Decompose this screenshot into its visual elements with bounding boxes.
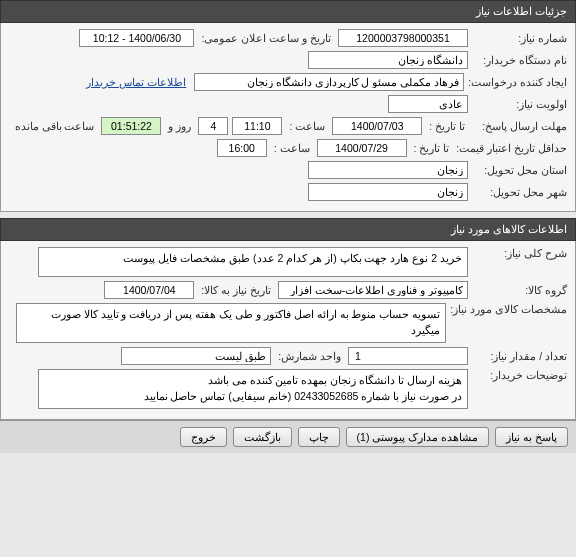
contact-link[interactable]: اطلاعات تماس خریدار <box>86 76 186 88</box>
back-button[interactable]: بازگشت <box>233 427 292 447</box>
buyer-notes-field[interactable] <box>38 369 468 409</box>
details-body: شماره نیاز: تاریخ و ساعت اعلان عمومی: نا… <box>0 23 576 212</box>
button-bar: پاسخ به نیاز مشاهده مدارک پیوستی (1) چاپ… <box>0 420 576 453</box>
price-validity-label: حداقل تاریخ اعتبار قیمت: <box>456 142 567 155</box>
price-validity-time-field[interactable] <box>217 139 267 157</box>
buyer-notes-label: توضیحات خریدار: <box>472 369 567 381</box>
specs-label: مشخصات کالای مورد نیاز: <box>450 303 567 316</box>
delivery-city-field[interactable] <box>308 183 468 201</box>
attachments-button[interactable]: مشاهده مدارک پیوستی (1) <box>346 427 490 447</box>
until-label-1: تا تاریخ : <box>426 120 468 132</box>
deadline-label: مهلت ارسال پاسخ: <box>472 120 567 132</box>
days-and-label: روز و <box>165 120 194 132</box>
goods-header: اطلاعات کالاهای مورد نیاز <box>0 218 576 241</box>
buyer-org-field[interactable] <box>308 51 468 69</box>
details-header: جزئیات اطلاعات نیاز <box>0 0 576 23</box>
qty-field[interactable] <box>348 347 468 365</box>
deadline-date-field[interactable] <box>332 117 422 135</box>
until-label-2: تا تاریخ : <box>411 142 453 154</box>
unit-field[interactable] <box>121 347 271 365</box>
priority-label: اولویت نیاز: <box>472 98 567 110</box>
buyer-org-label: نام دستگاه خریدار: <box>472 54 567 66</box>
price-validity-date-field[interactable] <box>317 139 407 157</box>
qty-label: تعداد / مقدار نیاز: <box>472 350 567 362</box>
details-title: جزئیات اطلاعات نیاز <box>476 5 567 17</box>
desc-label: شرح کلی نیاز: <box>472 247 567 259</box>
group-label: گروه کالا: <box>472 284 567 296</box>
need-date-field[interactable] <box>104 281 194 299</box>
time-label-2: ساعت : <box>271 142 313 154</box>
unit-label: واحد شمارش: <box>275 350 344 362</box>
deadline-time-field[interactable] <box>232 117 282 135</box>
delivery-province-field[interactable] <box>308 161 468 179</box>
requester-label: ایجاد کننده درخواست: <box>468 76 567 88</box>
need-date-label: تاریخ نیاز به کالا: <box>198 284 274 296</box>
requester-field[interactable] <box>194 73 464 91</box>
need-number-label: شماره نیاز: <box>472 32 567 44</box>
goods-title: اطلاعات کالاهای مورد نیاز <box>451 223 567 235</box>
respond-button[interactable]: پاسخ به نیاز <box>495 427 568 447</box>
delivery-city-label: شهر محل تحویل: <box>472 186 567 198</box>
need-number-field[interactable] <box>338 29 468 47</box>
group-field[interactable] <box>278 281 468 299</box>
priority-field[interactable] <box>388 95 468 113</box>
remaining-time-field[interactable] <box>101 117 161 135</box>
announce-field[interactable] <box>79 29 194 47</box>
delivery-province-label: استان محل تحویل: <box>472 164 567 176</box>
time-label-1: ساعت : <box>286 120 328 132</box>
desc-field[interactable] <box>38 247 468 277</box>
print-button[interactable]: چاپ <box>298 427 340 447</box>
exit-button[interactable]: خروج <box>180 427 227 447</box>
specs-field[interactable] <box>16 303 446 343</box>
announce-label: تاریخ و ساعت اعلان عمومی: <box>198 32 334 44</box>
remaining-suffix: ساعت باقی مانده <box>12 120 98 132</box>
goods-body: شرح کلی نیاز: گروه کالا: تاریخ نیاز به ک… <box>0 241 576 420</box>
remaining-days-field[interactable] <box>198 117 228 135</box>
